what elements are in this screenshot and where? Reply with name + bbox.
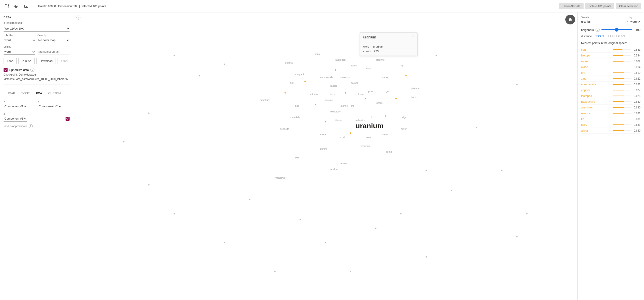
neighbors-help-icon[interactable]: ? (596, 28, 600, 32)
nearest-item-name[interactable]: coal (581, 48, 611, 51)
nearest-item-name[interactable]: radioactive (581, 100, 611, 103)
scatter-dot (148, 184, 150, 186)
nearest-bar (613, 124, 624, 125)
nearest-item-value: 0.630 (632, 106, 640, 109)
labels-icon[interactable]: A (22, 2, 30, 10)
nearest-item-name[interactable]: alloys (581, 129, 611, 132)
x-axis-group: X Component #1 (4, 100, 35, 109)
nearest-item: coal0.541 (581, 47, 640, 53)
y-axis-select[interactable]: Component #2 (38, 104, 62, 109)
word-label: mines (340, 162, 347, 165)
dataset-select[interactable]: Word2Vec 10K (4, 26, 70, 32)
word-label: mining (320, 148, 327, 150)
word-label: platinum (411, 87, 420, 90)
nearest-item-value: 0.631 (632, 123, 640, 126)
nearest-bar (613, 113, 624, 114)
tab-umap[interactable]: UMAP (4, 90, 18, 97)
neighbors-label: neighbors (581, 28, 594, 32)
scatter-dot (476, 127, 477, 128)
download-button[interactable]: Download (36, 58, 56, 64)
canvas-area[interactable]: ? uranium ⌃ word uranium count 223 (73, 12, 577, 300)
scatter-dot (199, 75, 200, 76)
clear-selection-button[interactable]: Clear selection (616, 3, 641, 9)
by-select[interactable]: word (630, 19, 640, 24)
scatter-dot (174, 55, 175, 56)
home-button-wrap[interactable] (565, 15, 575, 24)
nearest-item-name[interactable]: tin (581, 117, 611, 121)
home-button[interactable] (565, 15, 575, 24)
nearest-bar (613, 78, 624, 79)
nearest-item-name[interactable]: reactor (581, 112, 611, 115)
scatter-dot (148, 112, 150, 114)
selection-rect-icon[interactable] (3, 2, 11, 10)
scatter-dot (436, 55, 437, 56)
nearest-item-name[interactable]: oxide (581, 65, 611, 69)
edit-by-row: word (4, 49, 70, 55)
scatter-dot (174, 213, 175, 214)
nearest-bar-wrap (613, 72, 631, 73)
word-label: isotope (350, 82, 358, 84)
scatter-plot[interactable]: ionsoxidethermalhydrogengraphitemagnetic… (73, 12, 577, 300)
nearest-item: tin0.631 (581, 116, 640, 122)
nearest-bar (613, 67, 624, 67)
section-divider (4, 84, 70, 84)
selected-dot (325, 121, 326, 122)
word-label: oxide (366, 50, 371, 52)
nearest-bar-wrap (613, 130, 631, 131)
tag-selection-input[interactable] (38, 49, 70, 54)
tab-tsne[interactable]: T-SNE (18, 90, 33, 97)
nearest-item-name[interactable]: aluminium (581, 106, 611, 109)
tab-custom[interactable]: CUSTOM (45, 90, 64, 97)
nearest-item-name[interactable]: isotopes (581, 94, 611, 98)
word-label: neutron (381, 76, 389, 78)
word-label: alloy (366, 67, 371, 70)
nearest-item-name[interactable]: zinc (581, 77, 611, 80)
word-label: soil (295, 156, 299, 159)
night-mode-icon[interactable] (12, 2, 20, 10)
nearest-bar-wrap (613, 113, 631, 114)
cosine-button[interactable]: COSINE (594, 34, 606, 38)
x-axis-select[interactable]: Component #1 (4, 104, 27, 109)
nearest-item-name[interactable]: nickel (581, 60, 611, 63)
nearest-item: aluminium0.630 (581, 105, 640, 110)
nearest-bar (613, 61, 624, 62)
z-axis-select[interactable]: Component #3 (4, 116, 27, 122)
nearest-bar-wrap (613, 101, 631, 102)
search-input-wrap: * (581, 19, 628, 24)
word-label: nuclei (330, 84, 337, 87)
sphereize-help-icon[interactable]: ? (30, 68, 34, 72)
neighbors-slider[interactable] (601, 29, 632, 30)
load-button[interactable]: Load (4, 58, 17, 64)
word-label: materials (290, 116, 300, 119)
z-axis-checkbox[interactable] (66, 117, 70, 121)
label-by-select[interactable]: word (4, 37, 36, 43)
word-label: tin (371, 116, 373, 119)
metadata-row: Metadata: oss_data/word2vec_10000_200d_l… (4, 78, 70, 81)
sphereize-checkbox[interactable] (4, 68, 8, 72)
nearest-item-name[interactable]: isotope (581, 54, 611, 57)
pca-help-icon[interactable]: ? (29, 124, 33, 128)
euclidean-button[interactable]: EUCLIDEAN (608, 34, 625, 38)
help-icon[interactable]: ? (76, 16, 80, 20)
word-label: alloys (350, 64, 357, 67)
canvas-help[interactable]: ? (76, 16, 80, 20)
nearest-bar-wrap (613, 78, 631, 79)
word-label: atomic (340, 104, 348, 107)
word-label: thermal (285, 61, 293, 64)
edit-by-select[interactable]: word (4, 49, 35, 55)
isolate-button[interactable]: Isolate 101 points (585, 3, 614, 9)
word-label: toxic (330, 93, 336, 96)
nearest-item-name[interactable]: alloy (581, 123, 611, 126)
nearest-item-name[interactable]: manganese (581, 83, 611, 86)
publish-button[interactable]: Publish (18, 58, 35, 64)
nearest-item-name[interactable]: copper (581, 88, 611, 92)
projection-tabs: UMAP T-SNE PCA CUSTOM (4, 90, 70, 97)
search-input[interactable] (581, 19, 626, 24)
tab-pca[interactable]: PCA (33, 90, 45, 97)
svg-text:A: A (26, 5, 27, 8)
nearest-bar-wrap (613, 90, 631, 90)
color-by-select[interactable]: No color map (38, 37, 70, 43)
nearest-item-name[interactable]: ore (581, 71, 611, 74)
show-all-button[interactable]: Show All Data (559, 3, 584, 9)
metadata-label: Metadata: (4, 78, 15, 81)
